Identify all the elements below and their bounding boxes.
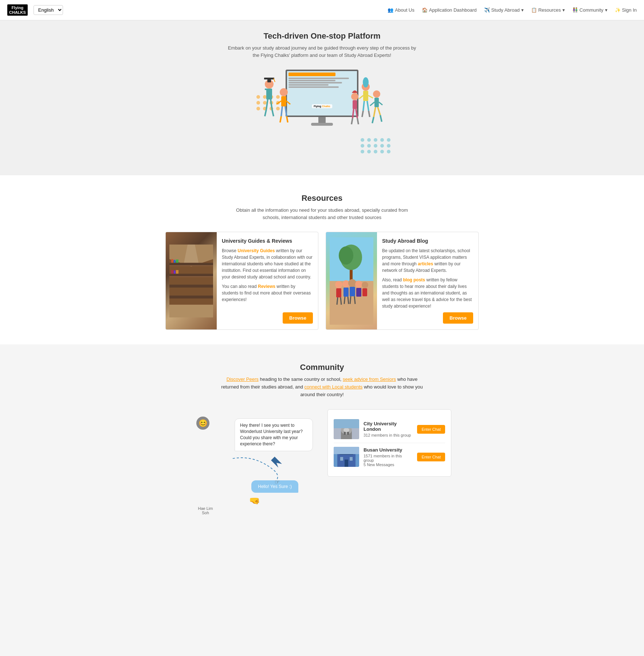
chevron-down-icon: ▾ bbox=[521, 7, 524, 13]
nav-item-dashboard[interactable]: 🏠 Application Dashboard bbox=[422, 7, 477, 13]
blog-posts-link[interactable]: blog posts bbox=[403, 277, 425, 282]
svg-line-73 bbox=[341, 297, 341, 305]
svg-marker-78 bbox=[271, 457, 282, 468]
svg-rect-69 bbox=[356, 288, 361, 297]
svg-rect-63 bbox=[336, 288, 341, 297]
chevron-down-icon-2: ▾ bbox=[562, 7, 565, 13]
nav-link-dashboard[interactable]: 🏠 Application Dashboard bbox=[422, 7, 477, 13]
guides-card-p2: You can also read Reviews written by stu… bbox=[222, 283, 313, 303]
svg-line-6 bbox=[272, 110, 274, 116]
nav-link-community[interactable]: 👫 Community ▾ bbox=[572, 7, 608, 13]
logo-box: Flying CHALKS bbox=[7, 4, 28, 15]
language-select[interactable]: English bbox=[34, 5, 63, 15]
dots-decoration-right bbox=[361, 138, 391, 153]
reviews-link[interactable]: Reviews bbox=[258, 284, 275, 289]
svg-rect-65 bbox=[343, 288, 349, 297]
guides-browse-button[interactable]: Browse bbox=[283, 312, 313, 324]
study-abroad-blog-card: Study Abroad Blog Be updated on the late… bbox=[326, 232, 479, 330]
svg-point-26 bbox=[363, 77, 369, 87]
study-abroad-blog-image bbox=[326, 232, 377, 329]
svg-rect-44 bbox=[169, 274, 213, 277]
articles-link[interactable]: articles bbox=[418, 261, 433, 266]
svg-rect-28 bbox=[374, 98, 379, 107]
svg-line-9 bbox=[274, 78, 275, 82]
guides-card-content: University Guides & Reviews Browse Unive… bbox=[217, 232, 318, 329]
list-item: City University London 312 members in th… bbox=[334, 415, 445, 443]
svg-line-33 bbox=[370, 102, 374, 106]
svg-rect-84 bbox=[344, 432, 346, 435]
svg-line-29 bbox=[374, 107, 376, 117]
svg-point-68 bbox=[355, 281, 362, 288]
svg-line-75 bbox=[348, 297, 349, 304]
hero-illustration: Flying Chalks bbox=[246, 66, 398, 161]
logo-line1: Flying bbox=[9, 5, 26, 10]
avatar-emoji: 😊 bbox=[199, 419, 208, 427]
nav-link-study-abroad[interactable]: ✈️ Study Abroad ▾ bbox=[484, 7, 524, 13]
dashboard-icon: 🏠 bbox=[422, 7, 428, 13]
svg-line-25 bbox=[368, 95, 373, 98]
seek-advice-link[interactable]: seek advice from Seniors bbox=[343, 376, 396, 382]
svg-line-14 bbox=[280, 116, 281, 122]
resources-icon: 📋 bbox=[531, 7, 537, 13]
svg-rect-2 bbox=[265, 89, 268, 90]
community-content: 😊 Hae Lim Soh Hey there! I see you went … bbox=[158, 409, 486, 516]
svg-rect-86 bbox=[334, 419, 359, 428]
resources-cards: University Guides & Reviews Browse Unive… bbox=[158, 232, 486, 330]
group-busan-info: Busan University 1571 members in this gr… bbox=[364, 447, 413, 467]
busan-univ-thumb bbox=[334, 447, 359, 467]
nav-item-resources[interactable]: 📋 Resources ▾ bbox=[531, 7, 565, 13]
about-icon: 👥 bbox=[388, 7, 393, 13]
svg-line-20 bbox=[363, 101, 364, 111]
svg-rect-8 bbox=[267, 79, 271, 82]
svg-text:☞: ☞ bbox=[275, 479, 280, 484]
city-univ-thumb bbox=[334, 419, 359, 439]
svg-rect-46 bbox=[169, 296, 213, 298]
nav-item-about[interactable]: 👥 About Us bbox=[388, 7, 414, 13]
connect-local-link[interactable]: connect with Local students bbox=[305, 384, 363, 390]
svg-point-70 bbox=[362, 282, 368, 288]
nav-item-signin[interactable]: ✨ Sign In bbox=[615, 7, 637, 13]
logo[interactable]: Flying CHALKS bbox=[7, 4, 28, 15]
svg-rect-91 bbox=[340, 457, 343, 461]
blog-card-p2: Also, read blog posts written by fellow … bbox=[382, 277, 473, 309]
groups-panel: City University London 312 members in th… bbox=[327, 409, 451, 477]
group-city-members: 312 members in this group bbox=[364, 433, 413, 437]
enter-chat-busan-button[interactable]: Enter Chat bbox=[417, 453, 445, 461]
avatar-name: Hae Lim Soh bbox=[196, 506, 215, 515]
blog-browse-button[interactable]: Browse bbox=[443, 312, 473, 324]
students-image bbox=[326, 232, 377, 329]
svg-line-23 bbox=[369, 111, 370, 117]
community-title: Community bbox=[7, 363, 637, 372]
svg-rect-85 bbox=[347, 432, 349, 435]
svg-line-24 bbox=[359, 95, 363, 99]
svg-point-83 bbox=[343, 428, 349, 432]
hero-section: Tech-driven One-stop Platform Embark on … bbox=[0, 20, 644, 175]
nav-links: 👥 About Us 🏠 Application Dashboard ✈️ St… bbox=[388, 7, 637, 13]
community-section: Community Discover Peers heading to the … bbox=[0, 344, 644, 539]
chat-mock: 😊 Hae Lim Soh Hey there! I see you went … bbox=[193, 409, 317, 516]
svg-rect-52 bbox=[176, 270, 178, 274]
svg-line-34 bbox=[379, 102, 382, 105]
discover-peers-link[interactable]: Discover Peers bbox=[227, 376, 259, 382]
resources-subtitle: Obtain all the information you need for … bbox=[227, 207, 417, 221]
nav-link-resources[interactable]: 📋 Resources ▾ bbox=[531, 7, 565, 13]
svg-line-30 bbox=[378, 107, 380, 115]
guides-card-p1: Browse University Guides written by our … bbox=[222, 247, 313, 280]
nav-item-study-abroad[interactable]: ✈️ Study Abroad ▾ bbox=[484, 7, 524, 13]
svg-line-21 bbox=[367, 101, 369, 111]
enter-chat-city-button[interactable]: Enter Chat bbox=[417, 425, 445, 434]
group-busan-new-messages: 5 New Messages bbox=[364, 462, 413, 467]
svg-rect-43 bbox=[169, 263, 213, 266]
svg-line-12 bbox=[281, 106, 282, 116]
university-guides-link[interactable]: University Guides bbox=[237, 248, 275, 253]
nav-link-signin[interactable]: ✨ Sign In bbox=[615, 7, 637, 13]
nav-link-about[interactable]: 👥 About Us bbox=[388, 7, 414, 13]
hero-title: Tech-driven One-stop Platform bbox=[7, 31, 637, 41]
received-message: Hey there! I see you went to Wonderlust … bbox=[235, 418, 313, 451]
svg-rect-49 bbox=[176, 259, 178, 263]
nav-item-community[interactable]: 👫 Community ▾ bbox=[572, 7, 608, 13]
svg-rect-45 bbox=[169, 285, 213, 288]
svg-point-18 bbox=[362, 83, 370, 91]
community-icon: 👫 bbox=[572, 7, 578, 13]
svg-rect-19 bbox=[363, 91, 368, 101]
